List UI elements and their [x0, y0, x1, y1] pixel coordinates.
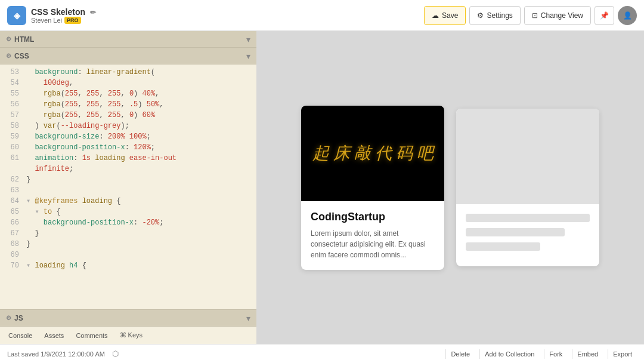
topbar-actions: ☁ Save ⚙ Settings ⊡ Change View 📌 👤: [424, 6, 637, 25]
css-settings-icon[interactable]: ⚙: [6, 53, 11, 59]
fork-button[interactable]: Fork: [544, 349, 567, 359]
js-panel-label: JS: [14, 314, 23, 322]
content-card: 起 床 敲 代 码 吧 CodingStartup Lorem ipsum do…: [301, 106, 444, 270]
bottom-tabs: Console Assets Comments ⌘ Keys: [0, 326, 256, 344]
card-title: CodingStartup: [311, 211, 435, 223]
pin-icon: 📌: [600, 11, 609, 20]
topbar: ◈ CSS Skeleton ✏ Steven Lei PRO ☁ Save ⚙…: [0, 0, 644, 31]
skeleton-card: [456, 109, 599, 266]
add-to-collection-button[interactable]: Add to Collection: [479, 349, 539, 359]
code-line: 69: [0, 250, 256, 260]
code-line: 57 rgba(255, 255, 255, 0) 60%: [0, 110, 256, 121]
pro-badge: PRO: [64, 17, 81, 24]
html-panel-header: ⚙ HTML ▾: [0, 31, 256, 48]
code-line: 63: [0, 185, 256, 196]
preview-panel: 起 床 敲 代 码 吧 CodingStartup Lorem ipsum do…: [256, 31, 644, 344]
code-line: 53 background: linear-gradient(: [0, 67, 256, 78]
code-line: 58 ) var(--loading-grey);: [0, 121, 256, 131]
app-title: CSS Skeleton ✏: [31, 7, 96, 17]
last-saved-text: Last saved 1/9/2021 12:00:00 AM: [7, 350, 105, 358]
tab-keys[interactable]: ⌘ Keys: [114, 328, 149, 343]
code-line: 66 background-position-x: -20%;: [0, 217, 256, 228]
share-icon[interactable]: ⬡: [112, 349, 119, 358]
card-body: CodingStartup Lorem ipsum dolor, sit ame…: [301, 201, 444, 270]
tab-assets[interactable]: Assets: [38, 328, 70, 343]
editor-panel: ⚙ HTML ▾ ⚙ CSS ▾ 53 background: linear-g…: [0, 31, 256, 344]
change-view-button[interactable]: ⊡ Change View: [524, 6, 591, 25]
card-description: Lorem ipsum dolor, sit amet consectetur …: [311, 228, 435, 260]
code-line: 59 background-size: 200% 100%;: [0, 131, 256, 142]
app-subtitle: Steven Lei PRO: [31, 17, 96, 24]
skeleton-image: [456, 109, 599, 204]
logo-icon: ◈: [7, 6, 26, 25]
skeleton-line-1: [466, 214, 590, 222]
code-line: 65 ▾ to {: [0, 207, 256, 217]
card-image-text: 起 床 敲 代 码 吧: [312, 142, 434, 165]
tab-console[interactable]: Console: [2, 328, 38, 343]
export-button[interactable]: Export: [608, 349, 637, 359]
code-line: 60 background-position-x: 120%;: [0, 142, 256, 153]
css-collapse-icon[interactable]: ▾: [246, 51, 250, 61]
css-panel-header: ⚙ CSS ▾: [0, 48, 256, 64]
code-line: 54 100deg,: [0, 78, 256, 88]
avatar[interactable]: 👤: [618, 6, 637, 25]
code-line: 70 ▾ loading h4 {: [0, 260, 256, 271]
html-panel-label: HTML: [14, 35, 34, 44]
code-line: 68 }: [0, 239, 256, 250]
js-panel-header: ⚙ JS ▾: [0, 309, 256, 326]
css-panel-label: CSS: [14, 52, 29, 60]
pin-button[interactable]: 📌: [595, 6, 614, 25]
skeleton-body: [456, 204, 599, 266]
tab-comments[interactable]: Comments: [70, 328, 113, 343]
html-settings-icon[interactable]: ⚙: [6, 36, 11, 42]
gear-icon: ⚙: [477, 11, 484, 20]
settings-button[interactable]: ⚙ Settings: [469, 6, 520, 25]
skeleton-line-2: [466, 228, 565, 236]
code-line: 61 animation: 1s loading ease-in-out: [0, 153, 256, 164]
code-line: 62 }: [0, 174, 256, 185]
card-image: 起 床 敲 代 码 吧: [301, 106, 444, 201]
html-collapse-icon[interactable]: ▾: [246, 35, 250, 44]
js-settings-icon[interactable]: ⚙: [6, 315, 11, 321]
logo-text: CSS Skeleton ✏ Steven Lei PRO: [31, 7, 96, 24]
js-collapse-icon[interactable]: ▾: [246, 313, 250, 323]
edit-icon[interactable]: ✏: [90, 8, 96, 17]
cloud-icon: ☁: [432, 11, 439, 20]
code-line: infinite;: [0, 164, 256, 174]
view-icon: ⊡: [532, 11, 538, 20]
embed-button[interactable]: Embed: [572, 349, 603, 359]
logo: ◈ CSS Skeleton ✏ Steven Lei PRO: [7, 6, 96, 25]
skeleton-line-3: [466, 242, 540, 251]
delete-button[interactable]: Delete: [445, 349, 475, 359]
code-editor[interactable]: 53 background: linear-gradient( 54 100de…: [0, 64, 256, 309]
code-line: 67 }: [0, 228, 256, 239]
save-button[interactable]: ☁ Save: [424, 6, 466, 25]
main-area: ⚙ HTML ▾ ⚙ CSS ▾ 53 background: linear-g…: [0, 31, 644, 344]
code-line: 64 ▾ @keyframes loading {: [0, 196, 256, 207]
code-line: 55 rgba(255, 255, 255, 0) 40%,: [0, 88, 256, 99]
code-line: 56 rgba(255, 255, 255, .5) 50%,: [0, 99, 256, 110]
footer-bar: Last saved 1/9/2021 12:00:00 AM ⬡ Delete…: [0, 344, 644, 363]
